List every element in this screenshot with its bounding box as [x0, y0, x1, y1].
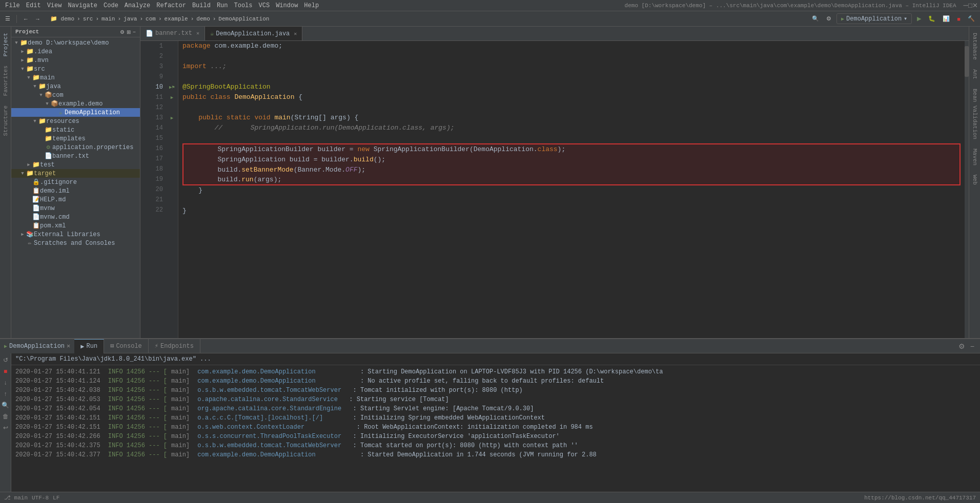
tree-container[interactable]: ▼ 📁 demo D:\workspace\demo ▶ 📁 .idea ▶ 📁… — [11, 37, 140, 338]
tree-item-static[interactable]: 📁 static — [11, 125, 140, 134]
tree-item-test[interactable]: ▶ 📁 test — [11, 160, 140, 169]
sidebar-layout-btn[interactable]: ⊞ — [127, 29, 131, 35]
run-button[interactable]: ▶ — [915, 14, 923, 23]
tree-label-java: java — [46, 83, 61, 90]
breadcrumb-com[interactable]: com — [144, 15, 157, 23]
breadcrumb-main[interactable]: main — [100, 15, 116, 23]
menu-view[interactable]: View — [44, 2, 65, 9]
tree-item-help-md[interactable]: 📝 HELP.md — [11, 195, 140, 204]
code-line-2 — [182, 51, 961, 61]
run-tab-close[interactable]: ✕ — [67, 342, 70, 350]
menu-edit[interactable]: Edit — [23, 2, 44, 9]
menu-tools[interactable]: Tools — [231, 2, 256, 9]
tree-item-example-demo[interactable]: ▼ 📦 example.demo — [11, 99, 140, 108]
right-tab-bean[interactable]: Bean Validation — [970, 85, 979, 143]
tab-banner-close[interactable]: ✕ — [196, 30, 199, 36]
gc-13-run[interactable]: ▶ — [166, 113, 178, 123]
tree-item-demoapplication[interactable]: ☕ DemoApplication — [11, 108, 140, 117]
menu-refactor[interactable]: Refactor — [153, 2, 189, 9]
minimize-button[interactable]: ─ — [963, 2, 968, 9]
console-restart-btn[interactable]: ↺ — [2, 355, 10, 365]
close-button[interactable]: ✕ — [972, 2, 978, 9]
console-scroll-up-btn[interactable]: ↑ — [3, 389, 9, 399]
tree-item-mvnw[interactable]: 📄 mvnw — [11, 204, 140, 213]
menu-window[interactable]: Window — [273, 2, 301, 9]
scrollbar-thumb[interactable] — [965, 46, 969, 77]
tab-da-close[interactable]: ✕ — [294, 31, 297, 37]
right-tab-web[interactable]: Web — [970, 171, 979, 189]
bottom-minimize-btn[interactable]: − — [969, 341, 976, 351]
tree-item-resources[interactable]: ▼ 📁 resources — [11, 117, 140, 125]
left-tab-favorites[interactable]: Favorites — [1, 61, 10, 100]
tree-item-idea[interactable]: ▶ 📁 .idea — [11, 47, 140, 56]
tree-item-pom[interactable]: 📋 pom.xml — [11, 221, 140, 230]
tree-item-demo[interactable]: ▼ 📁 demo D:\workspace\demo — [11, 38, 140, 47]
toolbar-search-btn[interactable]: 🔍 — [810, 14, 821, 23]
bottom-settings-btn[interactable]: ⚙ — [957, 341, 967, 351]
menu-file[interactable]: File — [2, 2, 23, 9]
run-config-dropdown-icon[interactable]: ▾ — [904, 15, 907, 23]
menu-help[interactable]: Help — [301, 2, 322, 9]
tree-item-appprops[interactable]: ⚙ application.properties — [11, 143, 140, 152]
tree-item-bannertxt[interactable]: 📄 banner.txt — [11, 152, 140, 160]
menu-navigate[interactable]: Navigate — [65, 2, 100, 9]
toolbar-project-btn[interactable]: ☰ — [3, 14, 12, 23]
gc-10-run[interactable]: ▶⚑ — [166, 82, 178, 92]
console-wrap-btn[interactable]: ↩ — [2, 423, 10, 432]
right-tab-database[interactable]: Database — [970, 29, 979, 64]
gc-11-run[interactable]: ▶ — [166, 92, 178, 102]
left-tab-structure[interactable]: Structure — [1, 101, 10, 140]
coverage-button[interactable]: 📊 — [941, 14, 952, 23]
toolbar-fwd-btn[interactable]: → — [33, 15, 43, 23]
breadcrumb-demo2[interactable]: demo — [195, 15, 211, 23]
sidebar-close-btn[interactable]: − — [133, 29, 136, 35]
breadcrumb-src[interactable]: src — [81, 15, 95, 23]
sidebar-settings-btn[interactable]: ⚙ — [120, 29, 125, 35]
folder-icon-mvn: 📁 — [26, 56, 34, 64]
tree-item-mvn[interactable]: ▶ 📁 .mvn — [11, 56, 140, 65]
tree-item-mvnw-cmd[interactable]: 📄 mvnw.cmd — [11, 213, 140, 221]
menu-vcs[interactable]: VCS — [256, 2, 273, 9]
code-area[interactable]: package com.example.demo; import ...; @S… — [178, 41, 965, 338]
stop-button[interactable]: ■ — [955, 15, 963, 23]
tree-item-src[interactable]: ▼ 📁 src — [11, 65, 140, 73]
tree-item-scratches[interactable]: ✏ Scratches and Consoles — [11, 239, 140, 247]
tree-item-main[interactable]: ▼ 📁 main — [11, 73, 140, 82]
tab-demoapplication[interactable]: ☕ DemoApplication.java ✕ — [205, 27, 302, 40]
breadcrumb-demo[interactable]: 📁 demo — [49, 15, 76, 23]
build-button[interactable]: 🔨 — [966, 14, 977, 23]
menu-analyze[interactable]: Analyze — [121, 2, 153, 9]
breadcrumb-example[interactable]: example — [163, 15, 190, 23]
menu-code[interactable]: Code — [100, 2, 121, 9]
maximize-button[interactable]: □ — [968, 2, 972, 9]
console-scroll-end-btn[interactable]: ↓ — [3, 378, 9, 387]
bottom-tab-endpoints[interactable]: ⚡ Endpoints — [149, 339, 200, 353]
menu-build[interactable]: Build — [189, 2, 214, 9]
bottom-tab-run[interactable]: ▶ Run — [74, 339, 104, 353]
breadcrumb-class[interactable]: DemoApplication — [217, 15, 271, 23]
left-tab-project[interactable]: Project — [1, 29, 10, 60]
tree-item-java[interactable]: ▼ 📁 java — [11, 82, 140, 91]
right-tab-maven[interactable]: Maven — [970, 144, 979, 170]
console-clear-btn[interactable]: 🗑 — [1, 412, 10, 421]
breadcrumb-java[interactable]: java — [122, 15, 138, 23]
editor-scrollbar[interactable] — [965, 41, 969, 338]
toolbar-back-btn[interactable]: ← — [21, 15, 31, 23]
bottom-tab-console[interactable]: ⊞ Console — [104, 339, 149, 353]
tree-item-target[interactable]: ▼ 📁 target — [11, 169, 140, 178]
status-url: https://blog.csdn.net/qq_44717317 — [864, 495, 976, 501]
menu-run[interactable]: Run — [214, 2, 231, 9]
tree-item-gitignore[interactable]: 🔒 .gitignore — [11, 178, 140, 186]
tree-item-templates[interactable]: 📁 templates — [11, 134, 140, 143]
tree-item-demo-iml[interactable]: 📋 demo.iml — [11, 186, 140, 195]
console-filter-btn[interactable]: 🔍 — [0, 401, 11, 410]
right-tab-ant[interactable]: Ant — [970, 65, 979, 83]
editor-content[interactable]: 1 2 3 9 10 11 12 13 14 15 16 17 18 19 20… — [140, 41, 969, 338]
toolbar-settings-btn[interactable]: ⚙ — [824, 14, 833, 23]
tab-banner[interactable]: 📄 banner.txt ✕ — [140, 27, 205, 40]
tree-item-ext-libs[interactable]: ▶ 📚 External Libraries — [11, 230, 140, 239]
debug-button[interactable]: 🐛 — [926, 14, 937, 23]
status-encoding: UTF-8 — [32, 495, 49, 501]
console-stop-btn[interactable]: ■ — [2, 367, 9, 376]
tree-item-com[interactable]: ▼ 📦 com — [11, 91, 140, 99]
